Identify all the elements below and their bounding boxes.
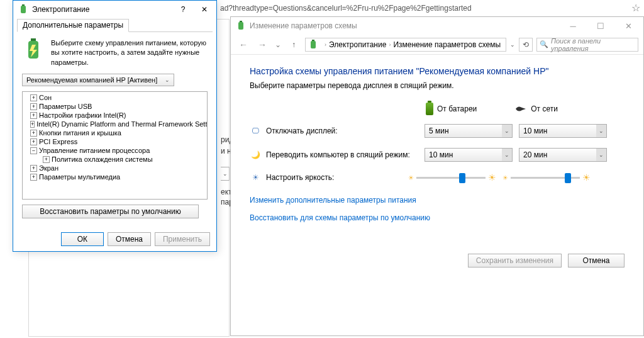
sun-large-icon: ☀	[582, 172, 591, 183]
tree-item[interactable]: +Intel(R) Dynamic Platform and Thermal F…	[28, 120, 207, 128]
dialog-footer: ОК Отмена Применить	[61, 232, 210, 246]
tree-item[interactable]: +Параметры USB	[28, 102, 207, 111]
footer-buttons: Сохранить изменения Отмена	[468, 254, 625, 268]
select-display-ac[interactable]: 10 мин⌄	[519, 124, 607, 138]
cancel-button[interactable]: Отмена	[568, 254, 625, 268]
nav-back-button[interactable]: ←	[236, 37, 251, 52]
col-ac-label: От сети	[531, 104, 558, 113]
links-block: Изменить дополнительные параметры питани…	[250, 196, 625, 222]
svg-rect-3	[312, 40, 314, 41]
breadcrumb-2[interactable]: Изменение параметров схемы	[393, 40, 501, 49]
dialog-tabstrip: Дополнительные параметры	[17, 18, 213, 32]
slider-brightness-battery[interactable]: ☀ ☀	[408, 172, 496, 183]
scheme-select-value: Рекомендуемая компанией HP [Активен]	[26, 76, 157, 84]
dialog-close-button[interactable]: ✕	[194, 2, 215, 17]
expand-icon[interactable]: +	[30, 103, 37, 110]
monitor-icon: 🖵	[250, 125, 261, 137]
content-area: Настройка схемы управления питанием "Рек…	[231, 55, 643, 242]
expand-icon[interactable]: +	[43, 156, 50, 163]
tree-item[interactable]: +Экран	[28, 164, 207, 172]
svg-rect-4	[21, 6, 26, 13]
browser-url-fragment: ad?threadtype=Questions&cancelurl=%2Fru-…	[220, 4, 597, 13]
nav-up-button[interactable]: ↑	[286, 37, 301, 52]
tree-item-label: Политика охлаждения системы	[52, 155, 153, 163]
page-subtitle: Выберите параметры перевода дисплея в сп…	[250, 81, 625, 90]
dialog-intro-text: Выберите схему управления питанием, кото…	[51, 38, 208, 67]
tree-item[interactable]: +Настройки графики Intel(R)	[28, 111, 207, 120]
dialog-titlebar: Электропитание ? ✕	[13, 1, 216, 18]
plug-icon	[514, 105, 527, 113]
search-placeholder: Поиск в панели управления	[551, 37, 635, 52]
tree-item[interactable]: +PCI Express	[28, 137, 207, 146]
breadcrumb-dropdown[interactable]: ⌄	[510, 42, 515, 48]
sun-small-icon: ☀	[502, 174, 508, 181]
window-titlebar: Изменение параметров схемы ─ ☐ ✕	[231, 17, 643, 35]
tree-item-label: Параметры мультимедиа	[39, 173, 120, 181]
tree-item-label: PCI Express	[39, 138, 77, 145]
nav-toolbar: ← → ⌄ ↑ › Электропитание › Изменение пар…	[231, 35, 643, 55]
row-display-off: 🖵 Отключать дисплей: 5 мин⌄ 10 мин⌄	[250, 124, 625, 138]
tree-item-label: Экран	[39, 164, 58, 172]
power-icon	[236, 21, 246, 31]
restore-defaults-button[interactable]: Восстановить параметры по умолчанию	[22, 205, 199, 218]
breadcrumb[interactable]: › Электропитание › Изменение параметров …	[305, 38, 506, 52]
slider-brightness-ac[interactable]: ☀ ☀	[502, 172, 591, 183]
search-icon: 🔍	[540, 40, 548, 48]
tree-item[interactable]: +Кнопки питания и крышка	[28, 128, 207, 137]
tree-item-label: Intel(R) Dynamic Platform and Thermal Fr…	[36, 120, 208, 128]
tree-item-label: Настройки графики Intel(R)	[39, 111, 126, 119]
maximize-button[interactable]: ☐	[587, 17, 614, 35]
breadcrumb-power-icon	[308, 40, 318, 50]
breadcrumb-1[interactable]: Электропитание	[329, 40, 386, 49]
search-input[interactable]: 🔍 Поиск в панели управления	[536, 38, 638, 52]
apply-button[interactable]: Применить	[155, 232, 210, 246]
select-display-battery[interactable]: 5 мин⌄	[425, 124, 513, 138]
close-button[interactable]: ✕	[614, 17, 642, 35]
link-advanced-settings[interactable]: Изменить дополнительные параметры питани…	[250, 196, 625, 205]
tree-item[interactable]: −Управление питанием процессора	[28, 146, 207, 155]
link-restore-defaults[interactable]: Восстановить для схемы параметры по умол…	[250, 213, 625, 222]
moon-icon: 🌙	[250, 149, 261, 161]
refresh-button[interactable]: ⟲	[519, 38, 533, 52]
ok-button[interactable]: ОК	[61, 232, 104, 246]
tab-advanced[interactable]: Дополнительные параметры	[17, 19, 129, 32]
power-options-dialog: Электропитание ? ✕ Дополнительные параме…	[13, 0, 217, 252]
nav-forward-button[interactable]: →	[255, 37, 270, 52]
collapse-icon[interactable]: −	[30, 147, 37, 154]
expand-icon[interactable]: +	[30, 94, 37, 101]
expand-icon[interactable]: +	[30, 138, 37, 145]
dialog-help-button[interactable]: ?	[172, 2, 194, 17]
bookmark-star-icon[interactable]: ☆	[631, 2, 640, 14]
page-heading: Настройка схемы управления питанием "Рек…	[250, 66, 625, 76]
minimize-button[interactable]: ─	[559, 17, 587, 35]
intro-power-icon	[22, 38, 45, 61]
bg-dropdown-arrow: ⌄	[221, 167, 230, 181]
dialog-title: Электропитание	[32, 5, 172, 14]
tree-item[interactable]: +Политика охлаждения системы	[40, 155, 207, 164]
col-battery: От батареи	[426, 103, 477, 115]
expand-icon[interactable]: +	[30, 121, 35, 128]
tree-item-label: Параметры USB	[39, 103, 92, 110]
row-sleep: 🌙 Переводить компьютер в спящий режим: 1…	[250, 148, 625, 162]
power-icon	[18, 4, 28, 14]
tree-item[interactable]: +Параметры мультимедиа	[28, 172, 207, 181]
expand-icon[interactable]: +	[30, 174, 37, 181]
scheme-select[interactable]: Рекомендуемая компанией HP [Активен] ⌄	[22, 74, 174, 86]
tree-item-label: Кнопки питания и крышка	[39, 129, 121, 137]
save-button[interactable]: Сохранить изменения	[468, 254, 562, 268]
label-sleep: Переводить компьютер в спящий режим:	[266, 150, 425, 159]
svg-rect-2	[311, 41, 316, 48]
expand-icon[interactable]: +	[30, 112, 37, 119]
expand-icon[interactable]: +	[30, 130, 37, 137]
select-sleep-battery[interactable]: 10 мин⌄	[425, 148, 513, 162]
select-sleep-ac[interactable]: 20 мин⌄	[519, 148, 607, 162]
dialog-cancel-button[interactable]: Отмена	[108, 232, 151, 246]
svg-rect-1	[240, 21, 242, 22]
expand-icon[interactable]: +	[30, 165, 37, 172]
nav-history-dropdown[interactable]: ⌄	[275, 40, 281, 49]
settings-tree[interactable]: +Сон+Параметры USB+Настройки графики Int…	[22, 91, 208, 200]
svg-rect-7	[31, 38, 36, 41]
tree-item[interactable]: +Сон	[28, 93, 207, 102]
tree-item-label: Сон	[39, 94, 52, 101]
battery-icon	[426, 103, 433, 115]
